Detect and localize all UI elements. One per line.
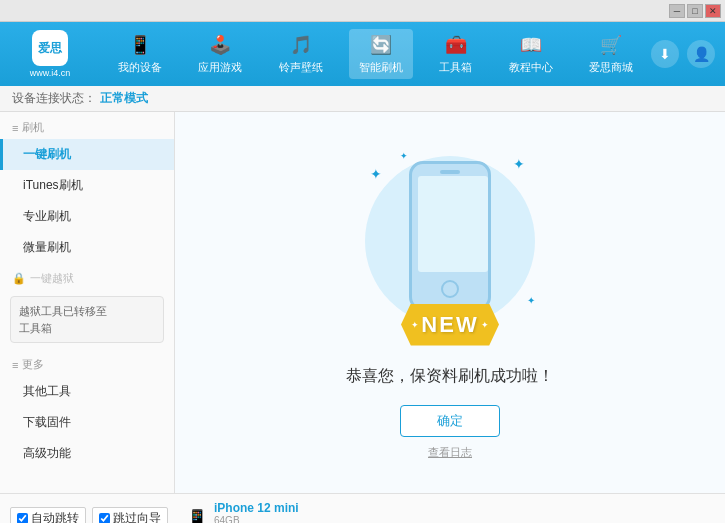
device-bottom-bar: 自动跳转 跳过向导 📱 iPhone 12 mini 64GB Down-12m… — [0, 493, 725, 523]
jailbreak-notice-line2: 工具箱 — [19, 322, 52, 334]
sidebar-section-flash: ≡ 刷机 — [0, 112, 174, 139]
sidebar-micro-flash-label: 微量刷机 — [23, 240, 71, 254]
back-home-link[interactable]: 查看日志 — [428, 445, 472, 460]
apps-games-icon: 🕹️ — [208, 33, 232, 57]
phone-illustration: ✦ ✦ ✦ ✦ NEW ✦ ✦ — [360, 146, 540, 346]
logo[interactable]: 爱思 www.i4.cn — [10, 30, 90, 78]
close-button[interactable]: ✕ — [705, 4, 721, 18]
device-phone-icon: 📱 — [186, 508, 208, 524]
nav-ringtones-label: 铃声壁纸 — [279, 60, 323, 75]
auto-redirect-checkbox[interactable] — [17, 513, 28, 523]
nav-my-device-label: 我的设备 — [118, 60, 162, 75]
phone-speaker — [440, 170, 460, 174]
sparkle-extra: ✦ — [400, 151, 408, 161]
lock-icon: 🔒 — [12, 272, 26, 285]
checkbox-group: 自动跳转 跳过向导 — [10, 507, 168, 523]
nav-ringtones[interactable]: 🎵 铃声壁纸 — [269, 29, 333, 79]
sidebar-item-pro-flash[interactable]: 专业刷机 — [0, 201, 174, 232]
nav-my-device[interactable]: 📱 我的设备 — [108, 29, 172, 79]
nav-smart-flash[interactable]: 🔄 智能刷机 — [349, 29, 413, 79]
sidebar-one-click-flash-label: 一键刷机 — [23, 147, 71, 161]
nav-toolbox[interactable]: 🧰 工具箱 — [429, 29, 482, 79]
download-btn[interactable]: ⬇ — [651, 40, 679, 68]
my-device-icon: 📱 — [128, 33, 152, 57]
sidebar-item-advanced[interactable]: 高级功能 — [0, 438, 174, 469]
skip-wizard-checkbox-label[interactable]: 跳过向导 — [92, 507, 168, 523]
nav-apps-games[interactable]: 🕹️ 应用游戏 — [188, 29, 252, 79]
logo-icon: 爱思 — [32, 30, 68, 66]
header-right: ⬇ 👤 — [651, 40, 715, 68]
nav-tutorials-label: 教程中心 — [509, 60, 553, 75]
sidebar: ≡ 刷机 一键刷机 iTunes刷机 专业刷机 微量刷机 🔒 一键越狱 越狱工具… — [0, 112, 175, 493]
nav-tutorials[interactable]: 📖 教程中心 — [499, 29, 563, 79]
store-icon: 🛒 — [599, 33, 623, 57]
nav-store[interactable]: 🛒 爱思商城 — [579, 29, 643, 79]
sidebar-section-more: ≡ 更多 — [0, 349, 174, 376]
sidebar-other-tools-label: 其他工具 — [23, 384, 71, 398]
nav-smart-flash-label: 智能刷机 — [359, 60, 403, 75]
device-storage: 64GB — [214, 515, 299, 524]
toolbox-icon: 🧰 — [444, 33, 468, 57]
nav-toolbox-label: 工具箱 — [439, 60, 472, 75]
jailbreak-section-title: 一键越狱 — [30, 271, 74, 286]
header: 爱思 www.i4.cn 📱 我的设备 🕹️ 应用游戏 🎵 铃声壁纸 🔄 智能刷… — [0, 22, 725, 86]
ribbon-new-text: NEW — [421, 312, 478, 338]
auto-redirect-label: 自动跳转 — [31, 510, 79, 523]
minimize-button[interactable]: ─ — [669, 4, 685, 18]
phone-home-btn — [441, 280, 459, 298]
jailbreak-notice: 越狱工具已转移至 工具箱 — [10, 296, 164, 343]
title-bar: ─ □ ✕ — [0, 0, 725, 22]
nav-store-label: 爱思商城 — [589, 60, 633, 75]
status-bar: 设备连接状态： 正常模式 — [0, 86, 725, 112]
sidebar-item-other-tools[interactable]: 其他工具 — [0, 376, 174, 407]
skip-wizard-checkbox[interactable] — [99, 513, 110, 523]
success-message: 恭喜您，保资料刷机成功啦！ — [346, 366, 554, 387]
auto-redirect-checkbox-label[interactable]: 自动跳转 — [10, 507, 86, 523]
status-value: 正常模式 — [100, 90, 148, 107]
sparkle-bottom-right: ✦ — [527, 295, 535, 306]
logo-subtitle: www.i4.cn — [30, 68, 71, 78]
content-area: ✦ ✦ ✦ ✦ NEW ✦ ✦ 恭喜您，保资料刷机成功啦！ 确定 — [175, 112, 725, 493]
sidebar-item-micro-flash[interactable]: 微量刷机 — [0, 232, 174, 263]
user-btn[interactable]: 👤 — [687, 40, 715, 68]
ribbon-star-right: ✦ — [481, 320, 489, 330]
phone-screen-area — [418, 176, 488, 272]
more-section-icon: ≡ — [12, 359, 18, 371]
maximize-button[interactable]: □ — [687, 4, 703, 18]
jailbreak-notice-line1: 越狱工具已转移至 — [19, 305, 107, 317]
flash-section-icon: ≡ — [12, 122, 18, 134]
new-ribbon-container: NEW ✦ ✦ — [401, 304, 499, 346]
ribbon-shape: NEW ✦ ✦ — [401, 304, 499, 346]
smart-flash-icon: 🔄 — [369, 33, 393, 57]
device-text-info: iPhone 12 mini 64GB Down-12mini-13.1 — [214, 501, 299, 524]
status-label: 设备连接状态： — [12, 90, 96, 107]
sidebar-itunes-flash-label: iTunes刷机 — [23, 178, 83, 192]
flash-section-title: 刷机 — [22, 120, 44, 135]
sidebar-item-download-firmware[interactable]: 下载固件 — [0, 407, 174, 438]
window-controls: ─ □ ✕ — [669, 4, 721, 18]
sidebar-section-jailbreak: 🔒 一键越狱 — [0, 263, 174, 290]
sidebar-item-itunes-flash[interactable]: iTunes刷机 — [0, 170, 174, 201]
confirm-button[interactable]: 确定 — [400, 405, 500, 437]
tutorials-icon: 📖 — [519, 33, 543, 57]
device-info: 📱 iPhone 12 mini 64GB Down-12mini-13.1 — [186, 501, 299, 524]
sidebar-advanced-label: 高级功能 — [23, 446, 71, 460]
main-area: ≡ 刷机 一键刷机 iTunes刷机 专业刷机 微量刷机 🔒 一键越狱 越狱工具… — [0, 112, 725, 493]
sparkle-top-right: ✦ — [513, 156, 525, 172]
sidebar-item-one-click-flash[interactable]: 一键刷机 — [0, 139, 174, 170]
skip-wizard-label: 跳过向导 — [113, 510, 161, 523]
nav-apps-games-label: 应用游戏 — [198, 60, 242, 75]
more-section-title: 更多 — [22, 357, 44, 372]
phone-outer — [409, 161, 491, 311]
sidebar-download-firmware-label: 下载固件 — [23, 415, 71, 429]
sidebar-pro-flash-label: 专业刷机 — [23, 209, 71, 223]
ringtones-icon: 🎵 — [289, 33, 313, 57]
nav-items: 📱 我的设备 🕹️ 应用游戏 🎵 铃声壁纸 🔄 智能刷机 🧰 工具箱 📖 教程中… — [100, 29, 651, 79]
sparkle-top-left: ✦ — [370, 166, 382, 182]
device-name: iPhone 12 mini — [214, 501, 299, 515]
ribbon-star-left: ✦ — [411, 320, 419, 330]
